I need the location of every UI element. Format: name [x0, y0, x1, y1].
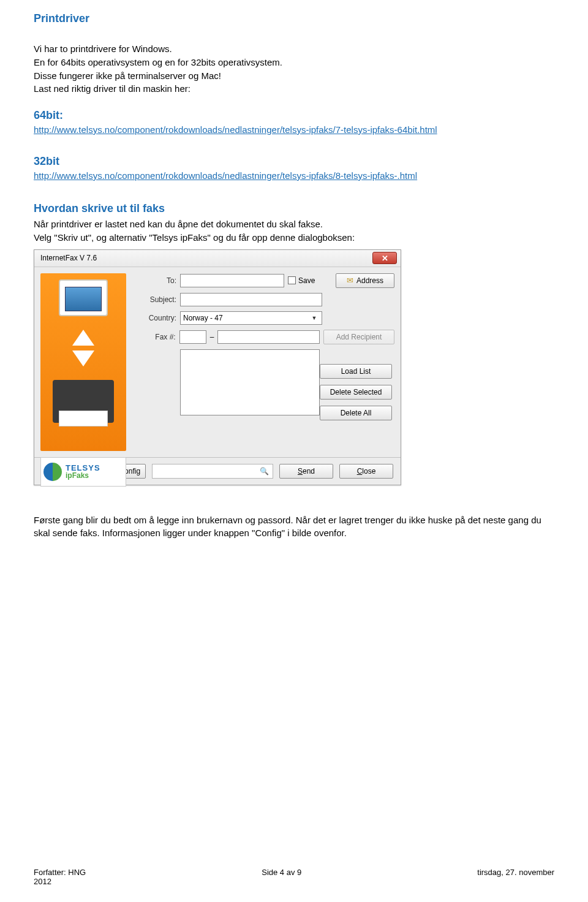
illustration-panel — [40, 273, 126, 451]
delete-all-button[interactable]: Delete All — [320, 406, 392, 420]
footer-right: tirsdag, 27. november — [477, 868, 554, 886]
internetfax-dialog: InternetFax V 7.6 ✕ TELSYS ipFaks — [34, 249, 401, 485]
paragraph-after: Første gang blir du bedt om å legge inn … — [34, 514, 554, 540]
label-to: To: — [138, 276, 176, 285]
fax-machine-icon — [53, 380, 114, 423]
link-32bit[interactable]: http://www.telsys.no/component/rokdownlo… — [34, 170, 417, 181]
label-fax: Fax #: — [138, 333, 176, 341]
heading-32bit: 32bit — [34, 155, 554, 168]
link-64bit[interactable]: http://www.telsys.no/component/rokdownlo… — [34, 124, 437, 135]
label-country: Country: — [138, 314, 176, 322]
add-recipient-button[interactable]: Add Recipient — [323, 330, 394, 344]
magnifier-icon[interactable]: 🔍 — [260, 467, 269, 476]
heading-hvordan: Hvordan skrive ut til faks — [34, 202, 554, 215]
send-label: Send — [298, 467, 315, 476]
heading-64bit: 64bit: — [34, 109, 554, 122]
logo-mark-icon — [43, 463, 62, 481]
address-button-label: Address — [356, 276, 383, 285]
fax-number-input[interactable] — [217, 330, 320, 344]
page-footer: Forfatter: HNG 2012 Side 4 av 9 tirsdag,… — [34, 868, 554, 886]
country-combobox[interactable]: Norway - 47 ▼ — [180, 311, 322, 325]
label-subject: Subject: — [138, 295, 176, 304]
address-button[interactable]: ✉ Address — [336, 273, 394, 288]
window-close-button[interactable]: ✕ — [372, 252, 397, 264]
dialog-title: InternetFax V 7.6 — [40, 254, 97, 262]
delete-selected-label: Delete Selected — [330, 388, 382, 396]
transfer-arrows-icon — [69, 330, 98, 366]
recipient-listbox[interactable] — [180, 349, 320, 415]
footer-left: Forfatter: HNG 2012 — [34, 868, 86, 886]
footer-center: Side 4 av 9 — [262, 868, 301, 886]
delete-all-label: Delete All — [341, 409, 372, 417]
load-list-label: Load List — [341, 367, 371, 376]
subject-input[interactable] — [180, 293, 322, 306]
fax-separator: – — [210, 333, 214, 341]
paragraph-hvordan: Når printdriver er lastet ned kan du åpn… — [34, 218, 554, 244]
monitor-screen-icon — [65, 287, 102, 311]
close-button[interactable]: Close — [339, 464, 393, 479]
monitor-icon — [59, 279, 108, 316]
to-input[interactable] — [180, 274, 284, 287]
fax-countrycode-input[interactable] — [179, 330, 206, 344]
paragraph-intro: Vi har to printdrivere for Windows. En f… — [34, 42, 554, 96]
envelope-icon: ✉ — [347, 276, 353, 285]
dialog-titlebar: InternetFax V 7.6 ✕ — [34, 250, 401, 267]
logo-product: ipFaks — [66, 472, 100, 479]
save-checkbox[interactable] — [288, 276, 296, 284]
country-value: Norway - 47 — [183, 314, 223, 322]
close-icon: ✕ — [382, 254, 388, 263]
preview-strip: 🔍 — [152, 464, 273, 479]
telsys-logo: TELSYS ipFaks — [40, 457, 126, 487]
heading-printdriver: Printdriver — [34, 12, 554, 25]
add-recipient-label: Add Recipient — [336, 333, 382, 341]
chevron-down-icon: ▼ — [309, 313, 319, 323]
send-button[interactable]: Send — [279, 464, 333, 479]
save-checkbox-label: Save — [298, 276, 315, 285]
close-label: Close — [357, 467, 376, 476]
load-list-button[interactable]: Load List — [320, 364, 392, 379]
delete-selected-button[interactable]: Delete Selected — [320, 385, 392, 400]
